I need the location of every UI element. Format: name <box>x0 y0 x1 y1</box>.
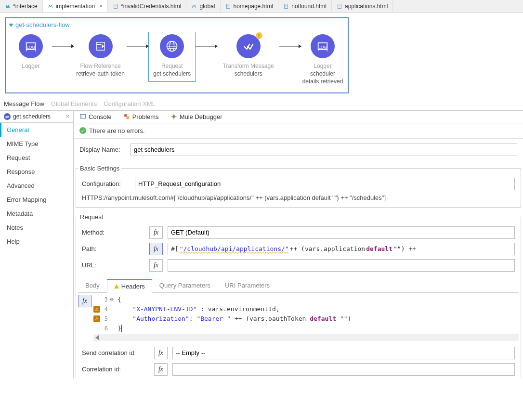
transform-icon <box>236 34 261 58</box>
svg-text:LOG: LOG <box>318 45 327 50</box>
properties-sidebar: ⇄ get schedulers × General MIME Type Req… <box>0 111 74 378</box>
close-icon[interactable]: × <box>99 3 103 10</box>
display-name-input[interactable] <box>131 144 517 156</box>
request-fieldset: Request Method: fx Path: fx #[ "/cloudhu… <box>76 213 521 378</box>
component-tab[interactable]: ⇄ get schedulers × <box>0 111 73 123</box>
flow-node-logger1[interactable]: LOG Logger <box>10 34 52 70</box>
svg-text:LOG: LOG <box>26 45 35 50</box>
horizontal-scrollbar[interactable] <box>93 334 519 341</box>
tool-debugger[interactable]: Mule Debugger <box>170 113 222 120</box>
console-icon <box>79 113 86 120</box>
fx-button-active[interactable]: fx <box>149 243 163 255</box>
editor-view-tabs: Message Flow Global Elements Configurati… <box>0 97 523 110</box>
request-legend: Request <box>78 213 105 221</box>
flow-node-flowref[interactable]: Flow Referenceretrieve-auth-token <box>75 34 126 78</box>
warning-marker[interactable]: ⚠ <box>93 315 100 322</box>
logger-icon: LOG <box>311 34 335 58</box>
tab-label: *interface <box>13 3 38 10</box>
sidemenu-help[interactable]: Help <box>0 235 73 249</box>
configuration-input[interactable] <box>135 178 515 190</box>
sidemenu-metadata[interactable]: Metadata <box>0 207 73 221</box>
flow-box[interactable]: get-schedulers-flow LOG Logger Flow Refe… <box>5 17 349 93</box>
side-menu: General MIME Type Request Response Advan… <box>0 123 73 249</box>
correlation-row: Correlation id: fx <box>76 361 521 378</box>
display-name-label: Display Name: <box>79 146 126 153</box>
flow-node-request[interactable]: Requestget schedulers <box>148 32 196 82</box>
flow-node-transform[interactable]: Transform Messageschedulers <box>218 34 279 78</box>
inner-tab-headers[interactable]: Headers <box>107 279 152 293</box>
debugger-icon <box>170 113 177 120</box>
status-text: There are no errors. <box>89 127 145 134</box>
sidemenu-request[interactable]: Request <box>0 151 73 165</box>
svg-marker-32 <box>299 44 301 48</box>
subtab-message-flow[interactable]: Message Flow <box>4 100 44 107</box>
code-gutter: 3⊖ ⚠4 ⚠5 6 <box>93 295 116 333</box>
fx-button[interactable]: fx <box>149 226 163 239</box>
tab-applications[interactable]: applications.html <box>332 0 393 12</box>
inner-tab-body[interactable]: Body <box>78 278 107 292</box>
flow-reference-icon <box>89 34 113 58</box>
tab-label: implementation <box>56 3 95 10</box>
url-preview: HTTPS://anypoint.mulesoft.com#["/cloudhu… <box>76 192 521 203</box>
flow-arrow <box>126 34 149 58</box>
component-icon: ⇄ <box>4 113 11 120</box>
tab-global[interactable]: global <box>186 0 220 12</box>
subtab-config-xml[interactable]: Configuration XML <box>104 100 156 107</box>
method-label: Method: <box>82 229 144 236</box>
send-correlation-row: Send correlation id: fx <box>76 345 521 361</box>
fx-button[interactable]: fx <box>149 259 163 272</box>
display-name-row: Display Name: <box>74 139 523 161</box>
flow-arrow <box>195 34 218 58</box>
tool-console[interactable]: Console <box>79 113 112 120</box>
flow-node-logger2[interactable]: LOG Loggerscheduler details retrieved <box>301 34 344 86</box>
flow-title[interactable]: get-schedulers-flow <box>9 21 343 28</box>
basic-settings-fieldset: Basic Settings Configuration: HTTPS://an… <box>76 165 521 208</box>
send-correlation-input[interactable] <box>172 347 515 359</box>
editor-tabs: *interface implementation × *invalidCred… <box>0 0 523 13</box>
path-row: Path: fx #[ "/cloudhub/api/applications/… <box>76 241 521 257</box>
file-icon <box>225 3 231 10</box>
close-icon[interactable]: × <box>66 113 69 120</box>
method-input[interactable] <box>168 226 515 239</box>
tab-implementation[interactable]: implementation × <box>43 0 108 12</box>
sidemenu-notes[interactable]: Notes <box>0 221 73 235</box>
file-icon <box>283 3 289 10</box>
url-input[interactable] <box>168 259 515 272</box>
inner-tab-query[interactable]: Query Parameters <box>152 278 218 292</box>
fx-button-active[interactable]: fx <box>78 295 92 307</box>
fx-button[interactable]: fx <box>154 347 168 359</box>
fx-button[interactable]: fx <box>154 363 168 376</box>
warning-marker[interactable]: ⚠ <box>93 306 100 313</box>
file-icon <box>337 3 342 10</box>
flow-arrow <box>52 34 75 58</box>
sidemenu-response[interactable]: Response <box>0 165 73 179</box>
properties-content: Console Problems Mule Debugger ✓ There a… <box>74 111 523 378</box>
mule-icon <box>5 3 11 10</box>
tab-label: *invalidCredentials.html <box>121 3 181 10</box>
subtab-global-elements[interactable]: Global Elements <box>51 100 97 107</box>
headers-editor[interactable]: fx 3⊖ ⚠4 ⚠5 6 { "X-ANYPNT-ENV-ID" : vars… <box>78 295 519 333</box>
path-input[interactable]: #[ "/cloudhub/api/applications/" ++ (var… <box>168 243 515 255</box>
correlation-input[interactable] <box>172 363 515 376</box>
svg-rect-37 <box>80 114 86 118</box>
tab-label: homepage.html <box>234 3 274 10</box>
sidemenu-error-mapping[interactable]: Error Mapping <box>0 193 73 207</box>
sidemenu-mime[interactable]: MIME Type <box>0 137 73 151</box>
request-icon <box>160 34 184 58</box>
collapse-icon[interactable] <box>9 24 13 27</box>
warning-icon <box>114 284 119 289</box>
tab-homepage[interactable]: homepage.html <box>221 0 279 12</box>
code-body[interactable]: { "X-ANYPNT-ENV-ID" : vars.environmentId… <box>118 295 351 333</box>
sidemenu-general[interactable]: General <box>0 123 73 137</box>
tools-bar: Console Problems Mule Debugger <box>74 111 523 123</box>
tool-problems[interactable]: Problems <box>123 113 159 120</box>
mule-icon <box>48 3 53 10</box>
basic-settings-legend: Basic Settings <box>78 165 121 172</box>
tab-notfound[interactable]: notfound.html <box>278 0 332 12</box>
tab-interface[interactable]: *interface <box>0 0 43 12</box>
scroll-left-icon[interactable] <box>95 335 99 340</box>
tab-label: applications.html <box>345 3 388 10</box>
inner-tab-uri[interactable]: URI Parameters <box>218 278 277 292</box>
tab-invalidcredentials[interactable]: *invalidCredentials.html <box>108 0 186 12</box>
sidemenu-advanced[interactable]: Advanced <box>0 179 73 193</box>
